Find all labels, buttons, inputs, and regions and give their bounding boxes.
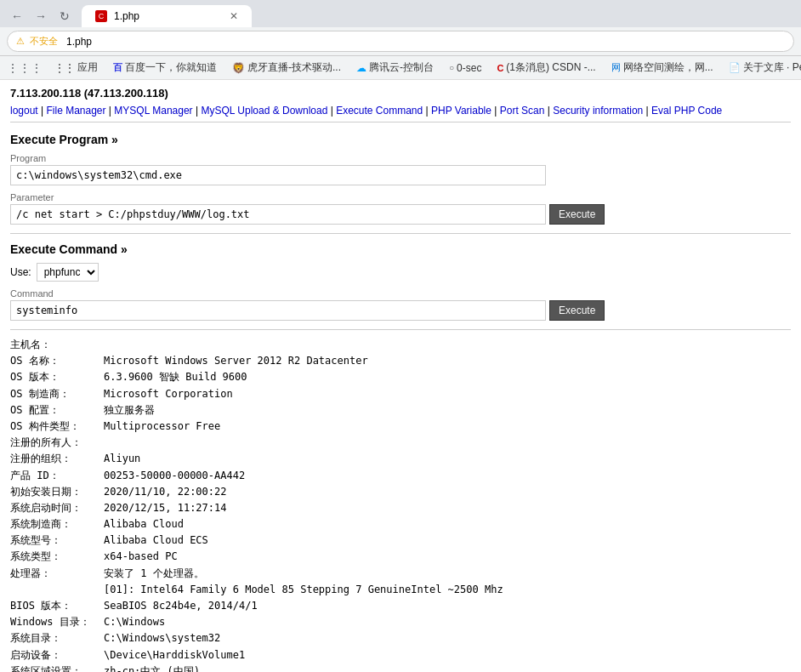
command-label: Command [10,288,791,299]
nav-file-manager[interactable]: File Manager [47,105,106,117]
table-row: 系统启动时间：2020/12/15, 11:27:14 [10,500,791,516]
table-row: 注册的组织：Aliyun [10,451,791,467]
tab-favicon: C [95,10,107,22]
output-value: \Device\HarddiskVolume1 [104,647,245,663]
program-group: Program [10,153,791,185]
nav-links: logout | File Manager | MYSQL Manager | … [10,105,791,122]
bookmark-baidu[interactable]: 百 百度一下，你就知道 [110,59,220,77]
bookmark-0sec[interactable]: ○ 0-sec [446,60,485,76]
security-icon: ⚠ [16,36,25,47]
forward-button[interactable]: → [31,6,51,26]
output-value: Multiprocessor Free [104,419,220,435]
use-select[interactable]: phpfunc [37,263,99,282]
output-key: 注册的所有人： [10,435,104,451]
table-row: OS 名称：Microsoft Windows Server 2012 R2 D… [10,353,791,369]
bookmark-csdn-label: (1条消息) CSDN -... [506,60,595,75]
back-button[interactable]: ← [7,6,27,26]
output-key: OS 构件类型： [10,419,104,435]
output-value: Microsoft Windows Server 2012 R2 Datacen… [104,353,368,369]
bookmark-wenku[interactable]: 📄 关于文库 · Pe [725,59,801,77]
bookmark-wenku-label: 关于文库 · Pe [743,60,801,75]
nav-port-scan[interactable]: Port Scan [500,105,545,117]
output-value: C:\Windows\system32 [104,630,220,646]
0sec-icon: ○ [449,63,454,72]
bookmark-huya[interactable]: 🦁 虎牙直播-技术驱动... [229,59,344,77]
output-value: 2020/12/15, 11:27:14 [104,500,227,516]
table-row: 系统制造商：Alibaba Cloud [10,516,791,532]
output-value: zh-cn;中文 (中国) [104,663,200,672]
execute-command-title: Execute Command » [10,242,791,256]
output-key: OS 版本： [10,369,104,385]
table-row: [01]: Intel64 Family 6 Model 85 Stepping… [10,582,791,598]
nav-mysql-upload[interactable]: MySQL Upload & Download [201,105,327,117]
net-icon: 网 [611,61,621,74]
output-key: 系统型号： [10,532,104,549]
bookmarks-bar: ⋮⋮⋮ ⋮⋮ 应用 百 百度一下，你就知道 🦁 虎牙直播-技术驱动... ☁ 腾… [0,56,801,80]
output-key: OS 名称： [10,353,104,369]
bookmark-net[interactable]: 网 网络空间测绘，网... [608,59,717,77]
nav-eval-php[interactable]: Eval PHP Code [651,105,722,117]
bookmark-baidu-label: 百度一下，你就知道 [125,60,217,75]
bookmark-csdn[interactable]: C (1条消息) CSDN -... [493,59,599,77]
omnibox-bar: ⚠ 不安全 1.php [0,27,801,55]
command-row: Execute [10,300,791,321]
nav-php-variable[interactable]: PHP Variable [431,105,491,117]
nav-logout[interactable]: logout [10,105,38,117]
program-input[interactable] [10,165,546,185]
table-row: 系统区域设置：zh-cn;中文 (中国) [10,663,791,672]
bookmark-net-label: 网络空间测绘，网... [623,60,713,75]
output-area: 主机名：OS 名称：Microsoft Windows Server 2012 … [10,329,791,672]
address-bar[interactable]: ⚠ 不安全 1.php [7,31,794,52]
parameter-group: Parameter Execute [10,192,791,225]
page-content: 7.113.200.118 (47.113.200.118) logout | … [0,80,801,672]
output-continuation: [01]: Intel64 Family 6 Model 85 Stepping… [10,582,503,598]
program-label: Program [10,153,791,163]
nav-mysql-manager[interactable]: MYSQL Manager [114,105,192,117]
table-row: OS 版本：6.3.9600 智缺 Build 9600 [10,369,791,385]
table-row: 处理器：安装了 1 个处理器。 [10,566,791,582]
execute-command-button[interactable]: Execute [549,300,605,321]
reload-button[interactable]: ↻ [54,6,75,26]
output-value: Microsoft Corporation [104,386,233,402]
table-row: OS 制造商：Microsoft Corporation [10,386,791,402]
tab-close-icon[interactable]: ✕ [230,10,238,22]
output-key: Windows 目录： [10,614,104,630]
command-group: Command Execute [10,288,791,321]
table-row: BIOS 版本：SeaBIOS 8c24b4e, 2014/4/1 [10,598,791,614]
output-key: 处理器： [10,566,104,582]
execute-program-section: Execute Program » Program Parameter Exec… [10,133,791,225]
nav-security-info[interactable]: Security information [553,105,643,117]
output-value: Alibaba Cloud ECS [104,532,208,549]
section-divider-1 [10,233,791,234]
bookmark-apps[interactable]: ⋮⋮ 应用 [51,59,101,77]
table-row: 系统型号：Alibaba Cloud ECS [10,532,791,549]
parameter-row: Execute [10,204,791,225]
apps-icon: ⋮⋮ [54,62,75,74]
output-key: BIOS 版本： [10,598,104,614]
execute-program-button[interactable]: Execute [549,204,605,225]
table-row: OS 配置：独立服务器 [10,402,791,419]
table-row: 注册的所有人： [10,435,791,451]
csdn-icon: C [497,63,503,73]
output-value: 6.3.9600 智缺 Build 9600 [104,369,247,385]
output-value: 2020/11/10, 22:00:22 [104,484,227,500]
nav-execute-command[interactable]: Execute Command [336,105,423,117]
output-key: 主机名： [10,337,104,353]
bookmark-huya-label: 虎牙直播-技术驱动... [247,60,341,75]
output-key: 系统启动时间： [10,500,104,516]
bookmark-tencent[interactable]: ☁ 腾讯云-控制台 [353,59,437,77]
command-input[interactable] [10,300,546,321]
active-tab[interactable]: C 1.php ✕ [82,5,252,27]
wenku-icon: 📄 [729,62,741,73]
execute-command-section: Execute Command » Use: phpfunc Command E… [10,242,791,321]
parameter-label: Parameter [10,192,791,202]
use-row: Use: phpfunc [10,263,791,282]
output-key: OS 制造商： [10,386,104,402]
output-key: 系统目录： [10,630,104,646]
parameter-input[interactable] [10,204,546,225]
huya-icon: 🦁 [232,62,245,74]
security-label: 不安全 [30,35,58,48]
output-value: SeaBIOS 8c24b4e, 2014/4/1 [104,598,258,614]
output-key: 系统区域设置： [10,663,104,672]
output-key: 产品 ID： [10,468,104,484]
